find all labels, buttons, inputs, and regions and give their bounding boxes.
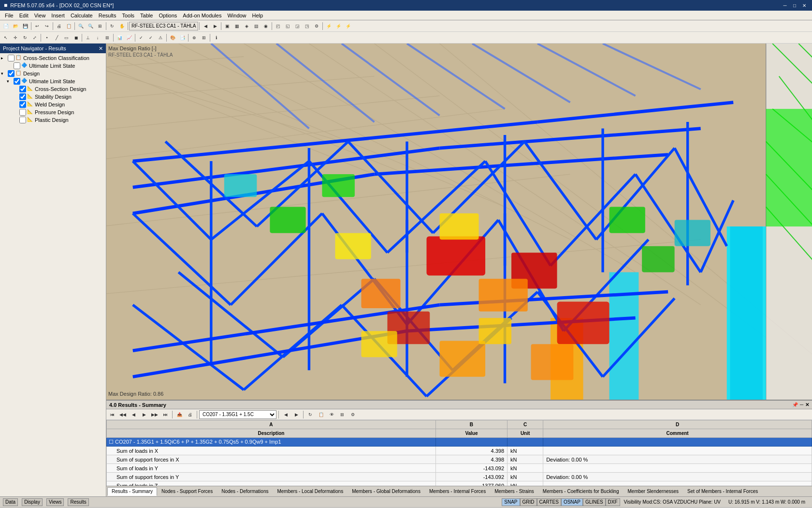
tb2-solid[interactable]: ◼ [71, 33, 81, 43]
viewport[interactable]: Max Design Ratio [-] RF-STEEL EC3 CA1 - … [106, 44, 812, 400]
menu-edit[interactable]: Edit [16, 12, 31, 19]
tb-settings[interactable]: ⚙ [312, 21, 321, 31]
tb-calc1[interactable]: ⚡ [324, 21, 334, 31]
status-osnap[interactable]: OSNAP [561, 498, 583, 506]
minimize-button[interactable]: ─ [781, 2, 789, 9]
tb-save[interactable]: 💾 [20, 21, 30, 31]
tb2-snap[interactable]: ⊕ [189, 33, 199, 43]
nav-views[interactable]: Views [46, 498, 64, 506]
menu-table[interactable]: Table [137, 12, 156, 19]
result-tab-7[interactable]: Members - Coefficients for Buckling [538, 487, 624, 496]
tb-redo[interactable]: ↪ [42, 21, 52, 31]
tb-view2[interactable]: ◱ [283, 21, 292, 31]
result-tab-4[interactable]: Members - Global Deformations [348, 487, 425, 496]
tree-item-uls2[interactable]: ▾ 🔷 Ultimate Limit State [1, 77, 105, 85]
menu-file[interactable]: File [2, 12, 16, 19]
status-snap[interactable]: SNAP [502, 498, 520, 506]
tb2-loadcombo[interactable]: ⊞ [102, 33, 112, 43]
tb-open[interactable]: 📂 [11, 21, 20, 31]
tb2-load[interactable]: ↓ [93, 33, 102, 43]
results-pin[interactable]: 📌 [792, 402, 798, 407]
rt-refresh[interactable]: ↻ [305, 410, 315, 419]
tb2-grid2[interactable]: ⊞ [199, 33, 209, 43]
rt-print2[interactable]: 🖨 [185, 410, 195, 419]
results-scroll-area[interactable]: A B C D Description Value Unit Comment [106, 420, 812, 486]
panel-close[interactable]: ✕ [99, 45, 103, 52]
close-button[interactable]: ✕ [800, 2, 808, 9]
tb-view4[interactable]: ◳ [302, 21, 312, 31]
nav-results[interactable]: Results [68, 498, 88, 506]
menu-view[interactable]: View [31, 12, 49, 19]
tb-next[interactable]: ▶ [210, 21, 220, 31]
tb2-select[interactable]: ↖ [1, 33, 11, 43]
menu-results[interactable]: Results [96, 12, 119, 19]
rt-prev-page[interactable]: ◀◀ [118, 410, 128, 419]
tb-view1[interactable]: ◰ [273, 21, 283, 31]
tb2-node[interactable]: • [42, 33, 52, 43]
tb2-check1[interactable]: ✓ [136, 33, 146, 43]
tb-zoom-out[interactable]: 🔍 [86, 21, 95, 31]
tree-check-uls2[interactable] [14, 78, 20, 85]
result-tab-8[interactable]: Member Slendernesses [624, 487, 683, 496]
results-close-btn[interactable]: ✕ [805, 402, 809, 407]
tb-render5[interactable]: ◉ [261, 21, 271, 31]
tb-calc2[interactable]: ⚡ [334, 21, 343, 31]
menu-window[interactable]: Window [224, 12, 249, 19]
tb2-color[interactable]: 🎨 [168, 33, 177, 43]
tb-new[interactable]: 📄 [1, 21, 11, 31]
menu-help[interactable]: Help [249, 12, 266, 19]
nav-display[interactable]: Display [22, 498, 43, 506]
table-row[interactable]: Sum of support forces in X 4.398 kN Devi… [107, 455, 812, 464]
tb-copy[interactable]: 📋 [64, 21, 73, 31]
rt-forward[interactable]: ▶ [291, 410, 301, 419]
module-combo[interactable]: RF-STEEL EC3 CA1 - TÁHLA [129, 22, 198, 30]
tb-render1[interactable]: ▣ [222, 21, 232, 31]
tree-check-plastic[interactable] [19, 117, 26, 123]
status-grid[interactable]: GRID [520, 498, 537, 506]
result-tab-3[interactable]: Members - Local Deformations [273, 487, 348, 496]
tree-item-pressure[interactable]: 📐 Pressure Design [1, 108, 105, 116]
status-glines[interactable]: GLINES [583, 498, 606, 506]
tree-item-design[interactable]: ▾ 📋 Design [1, 70, 105, 77]
tree-item-stability[interactable]: 📐 Stability Design [1, 93, 105, 101]
tb2-line[interactable]: ╱ [52, 33, 61, 43]
tb2-support[interactable]: ⊥ [83, 33, 93, 43]
tb-render4[interactable]: ▤ [251, 21, 261, 31]
tree-check-stability[interactable] [19, 93, 26, 100]
tree-check-classification[interactable] [8, 55, 14, 61]
tree-check-cs-design[interactable] [19, 86, 26, 92]
tree-check-weld[interactable] [19, 101, 26, 108]
table-row[interactable]: Sum of support forces in Y -143.092 kN D… [107, 473, 812, 481]
menu-calculate[interactable]: Calculate [68, 12, 96, 19]
status-cartes[interactable]: CARTES [537, 498, 561, 506]
tree-check-design[interactable] [8, 70, 14, 77]
result-tab-2[interactable]: Nodes - Deformations [217, 487, 273, 496]
rt-back[interactable]: ◀ [281, 410, 290, 419]
table-row[interactable]: ☐ CO207 - 1.35G1 + 1.5QiC6 + P + 1.35G2 … [107, 438, 812, 447]
rt-first[interactable]: ⏮ [107, 410, 117, 419]
tb-zoom-in[interactable]: 🔍 [76, 21, 86, 31]
tree-item-cs-design[interactable]: 📐 Cross-Section Design [1, 85, 105, 93]
table-row[interactable]: Sum of loads in Z 1377.060 kN [107, 481, 812, 486]
tb2-scale[interactable]: ⤢ [30, 33, 40, 43]
rt-settings2[interactable]: ⚙ [348, 410, 358, 419]
rt-view[interactable]: 👁 [327, 410, 336, 419]
tb-view3[interactable]: ◲ [292, 21, 302, 31]
maximize-button[interactable]: □ [791, 2, 798, 9]
menu-addons[interactable]: Add-on Modules [180, 12, 224, 19]
tb2-layer[interactable]: 📑 [177, 33, 187, 43]
tb-calc3[interactable]: ⚡ [343, 21, 353, 31]
result-tab-1[interactable]: Nodes - Support Forces [157, 487, 217, 496]
tb2-result[interactable]: 📊 [115, 33, 124, 43]
result-tab-0[interactable]: Results - Summary [107, 487, 157, 496]
table-row[interactable]: Sum of loads in Y -143.092 kN [107, 464, 812, 473]
result-tab-6[interactable]: Members - Strains [490, 487, 538, 496]
tb2-rotate2[interactable]: ↻ [20, 33, 30, 43]
tb2-diagram[interactable]: 📈 [124, 33, 134, 43]
tree-check-uls1[interactable] [14, 62, 20, 69]
tree-item-uls1[interactable]: 🔷 Ultimate Limit State [1, 62, 105, 70]
tb-undo[interactable]: ↩ [32, 21, 42, 31]
tb-print[interactable]: 🖨 [54, 21, 64, 31]
status-dxf[interactable]: DXF [606, 498, 620, 506]
results-minimize[interactable]: ─ [800, 402, 803, 407]
